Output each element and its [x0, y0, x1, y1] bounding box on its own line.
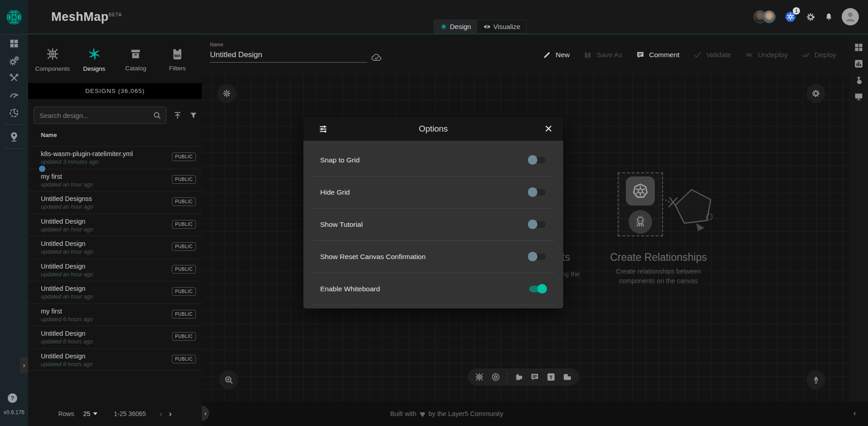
canvas-dock — [468, 368, 579, 386]
kubernetes-icon — [491, 372, 501, 382]
hint-title: Create Relationships — [610, 251, 707, 264]
display-panel-button[interactable] — [853, 91, 864, 102]
filter-button[interactable] — [189, 111, 198, 120]
design-spiral-icon — [87, 47, 102, 61]
user-avatar[interactable] — [842, 8, 859, 25]
dock-image-button[interactable] — [562, 372, 572, 382]
action-validate[interactable]: Validate — [693, 50, 731, 59]
option-toggle-off[interactable] — [528, 157, 546, 164]
tab-visualize[interactable]: Visualize — [477, 20, 527, 33]
visibility-badge: PUBLIC — [172, 310, 196, 318]
previous-page-button[interactable]: ‹ — [160, 409, 162, 419]
tune-icon — [318, 124, 328, 134]
layer5-logo[interactable] — [0, 0, 28, 34]
visibility-badge: PUBLIC — [172, 152, 196, 161]
rows-per-page-select[interactable]: 25 — [83, 410, 98, 417]
design-list-item[interactable]: my first updated an hour ago PUBLIC — [28, 169, 202, 191]
kubernetes-context-button[interactable]: 1 — [784, 10, 797, 24]
designs-list: k8s-wasm-plugin-ratelimiter.yml updated … — [28, 146, 202, 371]
visibility-badge: PUBLIC — [172, 265, 196, 274]
help-button[interactable]: ? — [8, 393, 17, 403]
import-design-button[interactable] — [173, 111, 182, 120]
dock-components-button[interactable] — [474, 372, 484, 382]
close-icon — [544, 124, 553, 133]
canvas-quick-actions-button[interactable] — [217, 84, 236, 103]
dock-text-button[interactable] — [546, 372, 556, 382]
search-input[interactable] — [39, 107, 153, 123]
action-comment[interactable]: Comment — [636, 50, 679, 59]
dock-comment-button[interactable] — [530, 372, 540, 382]
zoom-button[interactable] — [219, 370, 238, 389]
tab-label: Designs — [83, 65, 105, 72]
tab-components[interactable]: Components — [32, 34, 73, 82]
image-icon — [562, 372, 572, 382]
kubernetes-icon — [631, 181, 650, 201]
design-list-item[interactable]: Untitled Design updated 8 hours ago PUBL… — [28, 348, 202, 371]
design-list-item[interactable]: Untitled Designss updated an hour ago PU… — [28, 191, 202, 214]
design-list-item[interactable]: Untitled Design updated an hour ago PUBL… — [28, 214, 202, 236]
design-list-item[interactable]: Untitled Design updated an hour ago PUBL… — [28, 281, 202, 304]
catalog-icon — [129, 47, 142, 61]
option-row: Enable Whiteboard — [312, 273, 554, 305]
visibility-badge: PUBLIC — [172, 175, 196, 184]
toggle-knob — [528, 155, 537, 165]
design-list-item[interactable]: k8s-wasm-plugin-ratelimiter.yml updated … — [28, 146, 202, 169]
next-page-button[interactable]: › — [169, 409, 171, 419]
design-list-item[interactable]: Untitled Design updated 8 hours ago PUBL… — [28, 326, 202, 348]
tab-designs[interactable]: Designs — [74, 34, 115, 82]
gear-icon — [805, 12, 816, 22]
action-label: New — [556, 51, 570, 59]
visibility-badge: PUBLIC — [172, 242, 196, 251]
nav-dashboard[interactable] — [9, 38, 20, 49]
meshmap-app: › ? v0.6.176 MeshMapBETA Design Visualiz… — [0, 0, 868, 426]
dock-shapes-button[interactable] — [514, 372, 524, 382]
check-icon — [693, 50, 702, 59]
nav-meshmap[interactable] — [9, 131, 20, 142]
notifications-button[interactable] — [824, 12, 834, 22]
nav-configuration[interactable] — [9, 73, 20, 83]
collapse-left-button[interactable]: ‹ — [202, 406, 209, 421]
option-toggle-off[interactable] — [528, 221, 546, 228]
action-undeploy[interactable]: Undeploy — [745, 50, 788, 59]
nav-extensions[interactable] — [9, 108, 20, 119]
action-deploy[interactable]: Deploy — [801, 50, 836, 59]
nav-lifecycle[interactable] — [9, 55, 20, 67]
canvas-actions-toolbar: New Save As Comment Validate Undeploy De… — [542, 34, 836, 75]
option-row: Hide Grid — [312, 176, 554, 209]
bell-icon — [824, 12, 834, 22]
hint-pentagon-shape — [663, 184, 718, 243]
dock-kubernetes-button[interactable] — [491, 372, 501, 382]
rail-expand-button[interactable]: › — [20, 357, 28, 373]
nav-performance[interactable] — [9, 90, 20, 101]
design-list-item[interactable]: my first updated 6 hours ago PUBLIC — [28, 304, 202, 326]
option-toggle-on[interactable] — [528, 285, 546, 293]
collapse-right-button[interactable]: ‹ — [853, 409, 856, 417]
design-list-item[interactable]: Untitled Design updated an hour ago PUBL… — [28, 259, 202, 281]
whiteboard-pen-button[interactable] — [806, 370, 825, 389]
wasm-filter-icon — [171, 47, 184, 61]
widgets-panel-button[interactable] — [853, 42, 864, 53]
collaborator-avatars[interactable] — [754, 10, 775, 23]
interaction-panel-button[interactable] — [853, 75, 864, 85]
tab-design[interactable]: Design — [434, 20, 477, 33]
close-modal-button[interactable] — [544, 124, 553, 133]
action-new[interactable]: New — [542, 50, 570, 59]
action-save-as[interactable]: Save As — [583, 50, 622, 59]
visibility-badge: PUBLIC — [172, 332, 196, 341]
option-toggle-off[interactable] — [528, 253, 546, 260]
designs-sidebar: Components Designs Catalog Filters DESIG… — [28, 34, 202, 426]
settings-button[interactable] — [805, 12, 816, 22]
canvas-settings-button[interactable] — [806, 84, 825, 103]
double-check-icon — [801, 50, 810, 59]
floppy-icon — [583, 50, 592, 59]
chart-panel-button[interactable] — [853, 59, 864, 69]
funnel-icon — [189, 111, 198, 120]
tab-label: Catalog — [125, 65, 146, 72]
footer-credit: Built with ♥ by the Layer5 Community — [390, 402, 503, 426]
design-list-item[interactable]: Untitled Design updated an hour ago PUBL… — [28, 236, 202, 259]
option-toggle-off[interactable] — [528, 189, 546, 196]
rows-label: Rows — [58, 410, 74, 417]
design-name-input[interactable] — [210, 49, 367, 63]
tab-filters[interactable]: Filters — [157, 34, 198, 82]
tab-catalog[interactable]: Catalog — [115, 34, 156, 82]
